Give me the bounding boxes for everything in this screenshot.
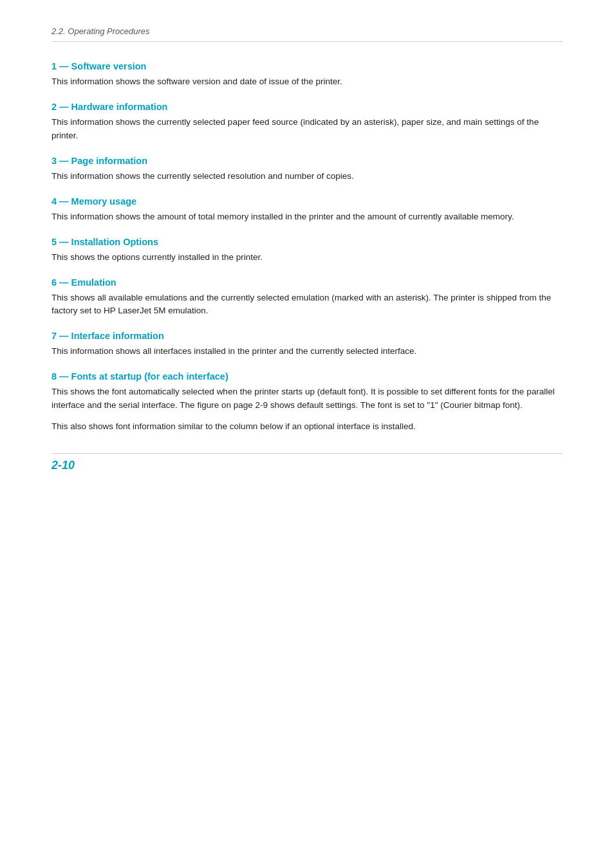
section-body-memory-usage: This information shows the amount of tot… <box>51 210 563 224</box>
section-memory-usage: 4 — Memory usageThis information shows t… <box>51 196 563 224</box>
section-heading-installation-options: 5 — Installation Options <box>51 237 563 247</box>
section-interface-information: 7 — Interface informationThis informatio… <box>51 331 563 358</box>
section-body2-fonts-at-startup: This also shows font information similar… <box>51 420 563 434</box>
section-body-hardware-information: This information shows the currently sel… <box>51 116 563 143</box>
section-heading-software-version: 1 — Software version <box>51 61 563 71</box>
section-hardware-information: 2 — Hardware informationThis information… <box>51 102 563 143</box>
section-heading-interface-information: 7 — Interface information <box>51 331 563 341</box>
page-container: 2.2. Operating Procedures 1 — Software v… <box>0 0 614 498</box>
section-page-information: 3 — Page informationThis information sho… <box>51 156 563 183</box>
section-software-version: 1 — Software versionThis information sho… <box>51 61 563 89</box>
section-heading-emulation: 6 — Emulation <box>51 277 563 288</box>
section-body-interface-information: This information shows all interfaces in… <box>51 345 563 358</box>
sections-container: 1 — Software versionThis information sho… <box>51 61 563 434</box>
page-number: 2-10 <box>51 459 75 472</box>
section-heading-page-information: 3 — Page information <box>51 156 563 166</box>
section-heading-memory-usage: 4 — Memory usage <box>51 196 563 207</box>
section-emulation: 6 — EmulationThis shows all available em… <box>51 277 563 319</box>
section-heading-hardware-information: 2 — Hardware information <box>51 102 563 112</box>
section-body-page-information: This information shows the currently sel… <box>51 170 563 183</box>
page-header: 2.2. Operating Procedures <box>51 26 563 42</box>
section-body-installation-options: This shows the options currently install… <box>51 251 563 264</box>
section-fonts-at-startup: 8 — Fonts at startup (for each interface… <box>51 371 563 434</box>
section-body1-fonts-at-startup: This shows the font automatically select… <box>51 385 563 412</box>
section-body-emulation: This shows all available emulations and … <box>51 291 563 319</box>
page-footer: 2-10 <box>51 453 563 472</box>
section-body-software-version: This information shows the software vers… <box>51 75 563 89</box>
section-installation-options: 5 — Installation OptionsThis shows the o… <box>51 237 563 264</box>
header-title: 2.2. Operating Procedures <box>51 26 149 36</box>
section-heading-fonts-at-startup: 8 — Fonts at startup (for each interface… <box>51 371 563 382</box>
